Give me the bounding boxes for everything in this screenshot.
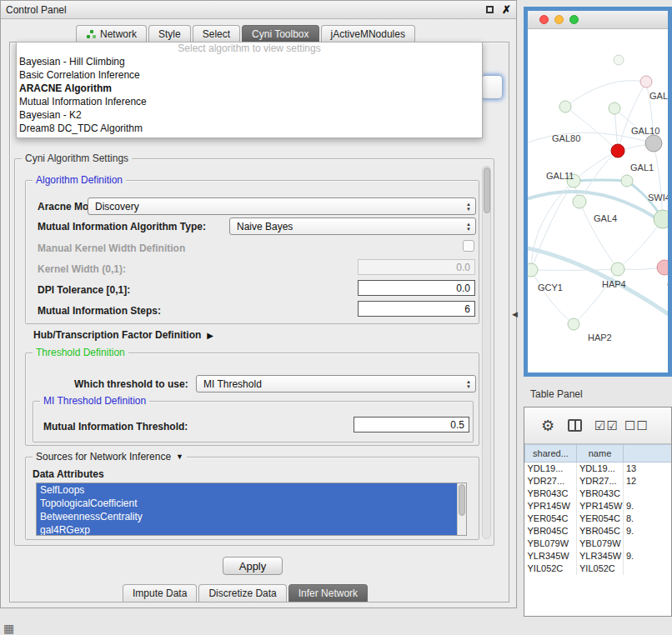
table-cell[interactable] bbox=[624, 562, 672, 575]
mi-threshold-input[interactable] bbox=[354, 417, 469, 432]
network-edge[interactable] bbox=[579, 202, 618, 269]
table-cell[interactable]: YER054C bbox=[525, 512, 577, 525]
close-traffic-light[interactable] bbox=[539, 15, 549, 24]
algorithm-option[interactable]: Basic Correlation Inference bbox=[17, 68, 482, 82]
algorithm-option[interactable]: Bayesian - Hill Climbing bbox=[17, 55, 482, 68]
table-cell[interactable]: 8. bbox=[624, 512, 672, 525]
float-window-icon[interactable] bbox=[486, 6, 494, 13]
column-header[interactable]: shared... bbox=[525, 445, 577, 462]
attribute-item[interactable]: BetweennessCentrality bbox=[37, 510, 457, 523]
network-node[interactable] bbox=[640, 76, 652, 88]
table-cell[interactable]: YPR145W bbox=[525, 500, 577, 512]
table-cell[interactable]: YBL079W bbox=[577, 538, 624, 550]
attribute-item[interactable]: gal4RGexp bbox=[37, 523, 457, 536]
control-panel-titlebar[interactable]: Control Panel ✗ bbox=[1, 1, 516, 19]
tab-style[interactable]: Style bbox=[148, 25, 191, 42]
network-node[interactable] bbox=[645, 135, 662, 152]
table-cell[interactable]: 12 bbox=[624, 475, 672, 488]
table-row[interactable]: YER054CYER054C8. bbox=[525, 512, 672, 525]
apply-button[interactable]: Apply bbox=[223, 557, 283, 575]
network-node[interactable] bbox=[568, 318, 579, 330]
close-icon[interactable]: ✗ bbox=[502, 3, 511, 16]
table-cell[interactable]: YIL052C bbox=[525, 562, 577, 575]
manual-kernel-checkbox[interactable] bbox=[463, 240, 474, 252]
network-node[interactable] bbox=[611, 262, 624, 276]
table-cell[interactable]: 9. bbox=[624, 550, 672, 562]
table-cell[interactable]: YDR27... bbox=[525, 475, 577, 488]
algorithm-option[interactable]: Dream8 DC_TDC Algorithm bbox=[17, 122, 482, 135]
network-edge[interactable] bbox=[574, 180, 627, 181]
network-edge[interactable] bbox=[565, 107, 618, 151]
select-all-columns-icon[interactable]: ☑☑ bbox=[594, 418, 619, 433]
attributes-scrollbar-thumb[interactable] bbox=[459, 484, 465, 516]
network-node[interactable] bbox=[614, 55, 624, 65]
table-cell[interactable]: YBL079W bbox=[525, 538, 577, 550]
network-node[interactable] bbox=[621, 175, 633, 187]
attribute-item[interactable]: SelfLoops bbox=[37, 483, 457, 497]
table-row[interactable]: YDR27...YDR27...12 bbox=[525, 475, 672, 488]
table-cell[interactable]: YBR043C bbox=[525, 488, 577, 500]
table-cell[interactable]: YLR345W bbox=[577, 550, 624, 562]
network-edge[interactable] bbox=[574, 269, 618, 324]
column-header[interactable]: name bbox=[577, 445, 624, 462]
network-edge[interactable] bbox=[531, 270, 574, 324]
status-grid-icon[interactable]: ▦ bbox=[3, 622, 14, 635]
expand-right-icon[interactable]: ▶ bbox=[207, 331, 213, 340]
table-row[interactable]: YDL19...YDL19...13 bbox=[525, 462, 672, 475]
network-edge[interactable] bbox=[531, 269, 618, 270]
table-cell[interactable]: YER054C bbox=[577, 512, 624, 525]
bottom-tab-impute-data[interactable]: Impute Data bbox=[123, 584, 197, 602]
network-node[interactable] bbox=[609, 102, 620, 114]
algorithm-option[interactable]: ARACNE Algorithm bbox=[17, 82, 482, 95]
table-row[interactable]: YIL052CYIL052C bbox=[525, 562, 672, 575]
bottom-tab-infer-network[interactable]: Infer Network bbox=[288, 584, 368, 602]
aracne-mode-select[interactable]: Discovery ▲▼ bbox=[88, 198, 476, 215]
network-node[interactable] bbox=[573, 195, 586, 208]
which-threshold-select[interactable]: MI Threshold ▲▼ bbox=[196, 375, 476, 392]
zoom-traffic-light[interactable] bbox=[569, 15, 579, 24]
network-edge[interactable] bbox=[574, 151, 618, 181]
settings-scrollbar[interactable] bbox=[482, 166, 491, 539]
dpi-tolerance-input[interactable] bbox=[358, 280, 475, 296]
gear-icon[interactable]: ⚙ bbox=[541, 417, 554, 435]
table-cell[interactable]: YDL19... bbox=[525, 462, 577, 475]
minimize-traffic-light[interactable] bbox=[554, 15, 564, 24]
network-node[interactable] bbox=[611, 144, 624, 158]
network-window-titlebar[interactable] bbox=[528, 11, 668, 29]
splitter-collapse-icon[interactable]: ◀ bbox=[512, 310, 518, 318]
algorithm-option[interactable]: Mutual Information Inference bbox=[17, 95, 482, 108]
table-cell[interactable]: 9. bbox=[624, 500, 672, 512]
network-edge[interactable] bbox=[618, 219, 663, 269]
mi-type-select[interactable]: Naive Bayes ▲▼ bbox=[229, 218, 476, 235]
table-cell[interactable]: YLR345W bbox=[525, 550, 577, 562]
attributes-scrollbar[interactable] bbox=[457, 483, 466, 535]
tab-jactivemnodules[interactable]: jActiveMNodules bbox=[321, 25, 415, 42]
table-cell[interactable]: YBR045C bbox=[525, 525, 577, 538]
tab-network[interactable]: Network bbox=[76, 25, 147, 42]
column-header[interactable] bbox=[624, 445, 672, 462]
network-node[interactable] bbox=[657, 260, 668, 275]
deselect-all-columns-icon[interactable]: ☐☐ bbox=[624, 418, 649, 433]
table-cell[interactable]: 13 bbox=[624, 462, 672, 475]
table-cell[interactable] bbox=[624, 538, 672, 550]
table-row[interactable]: YBR045CYBR045C9. bbox=[525, 525, 672, 538]
columns-icon[interactable] bbox=[568, 419, 582, 432]
table-cell[interactable]: YBR045C bbox=[577, 525, 624, 538]
bottom-tab-discretize-data[interactable]: Discretize Data bbox=[198, 584, 286, 602]
tab-select[interactable]: Select bbox=[193, 25, 240, 42]
network-edge[interactable] bbox=[565, 81, 646, 107]
kernel-width-input[interactable] bbox=[358, 259, 475, 275]
table-row[interactable]: YBL079WYBL079W bbox=[525, 538, 672, 550]
table-cell[interactable]: YBR043C bbox=[577, 488, 624, 500]
mi-steps-input[interactable] bbox=[358, 301, 475, 317]
table-row[interactable]: YBR043CYBR043C bbox=[525, 488, 672, 500]
table-cell[interactable]: YPR145W bbox=[577, 500, 624, 512]
settings-scrollbar-thumb[interactable] bbox=[484, 168, 490, 213]
table-cell[interactable]: YDL19... bbox=[577, 462, 624, 475]
network-svg[interactable]: GALGAL80GAL10GAL11GAL1SWI4GAL4GCY1HAP4YH… bbox=[528, 29, 668, 372]
attribute-item[interactable]: TopologicalCoefficient bbox=[37, 497, 457, 510]
table-cell[interactable]: YIL052C bbox=[577, 562, 624, 575]
hub-definition-expander[interactable]: Hub/Transcription Factor Definition ▶ bbox=[33, 328, 213, 342]
network-node[interactable] bbox=[654, 210, 668, 228]
data-attributes-list[interactable]: SelfLoopsTopologicalCoefficientBetweenne… bbox=[36, 482, 467, 536]
